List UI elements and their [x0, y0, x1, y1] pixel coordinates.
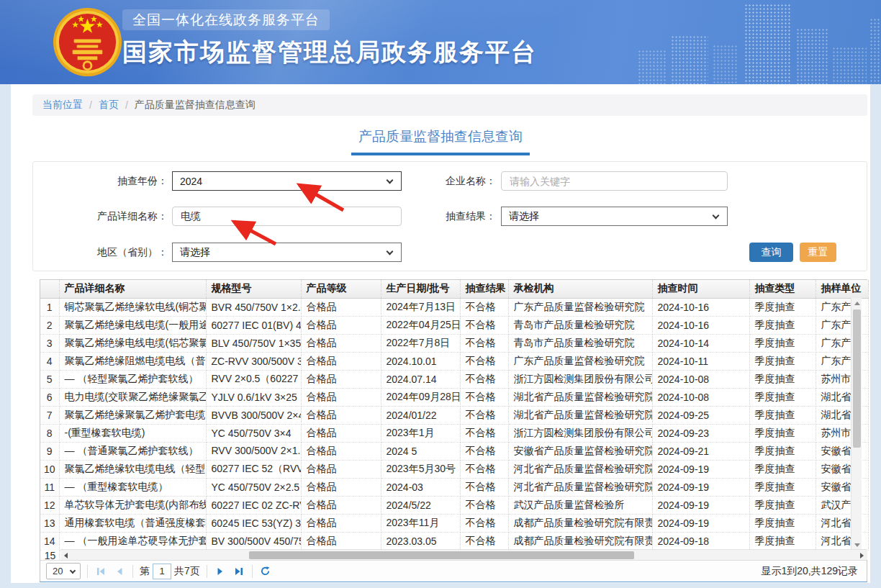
vertical-scrollbar[interactable] — [851, 298, 862, 550]
table-cell: 2024-09-19 — [652, 460, 749, 478]
table-row[interactable]: 4聚氯乙烯绝缘阻燃电缆电线（普通聚氯ZC-RVV 300/500V 3×2.合格… — [40, 352, 868, 370]
table-cell: 2024-10-14 — [652, 334, 749, 352]
table-row[interactable]: 8-(重型橡套软电缆)YC 450/750V 3×4合格品2023年1月不合格浙… — [40, 424, 868, 442]
prev-page-button[interactable] — [113, 565, 126, 578]
table-cell: ZC-RVV 300/500V 3×2. — [206, 352, 301, 370]
table-cell: — （普通聚氯乙烯护套软线） — [59, 442, 206, 460]
breadcrumb-current-page: 产品质量监督抽查信息查询 — [135, 99, 256, 112]
skyline-decoration — [636, 0, 881, 84]
region-select-value: 请选择 — [180, 246, 210, 259]
year-label: 抽查年份： — [117, 175, 168, 188]
table-cell: 电力电缆(交联聚乙烯绝缘聚氯乙烯护 — [59, 388, 206, 406]
table-cell: 60277 IEC 01(BV) 450/7 — [206, 316, 301, 334]
scroll-down-icon[interactable] — [851, 540, 862, 550]
search-button[interactable]: 查询 — [749, 243, 793, 262]
column-header-5[interactable]: 抽查结果 — [460, 280, 508, 298]
table-cell: 2023年11月 — [381, 514, 460, 532]
horizontal-scrollbar-thumb[interactable] — [249, 551, 634, 559]
table-cell: — （重型橡套软电缆） — [59, 478, 206, 496]
table-row[interactable]: 9— （普通聚氯乙烯护套软线）RVV 300/500V 2×1.5（合格品202… — [40, 442, 868, 460]
table-row[interactable]: 12单芯软导体无护套电缆(内部布线用导60227 IEC 02 ZC-RV 30… — [40, 496, 868, 514]
table-cell: 季度抽查 — [749, 316, 816, 334]
table-cell: 2024年7月13日 — [381, 298, 460, 316]
table-row[interactable]: 14— （一般用途单芯硬导体无护套电缆）BV 300/500V 450/750V… — [40, 532, 868, 550]
result-select[interactable]: 请选择 — [501, 207, 728, 226]
table-row[interactable]: 5— （轻型聚氯乙烯护套软线）RVV 2×0.5（60227 IEC合格品202… — [40, 370, 868, 388]
table-cell: 不合格 — [460, 442, 508, 460]
scroll-right-icon[interactable] — [857, 550, 867, 561]
column-header-9[interactable]: 抽样单位 — [816, 280, 868, 298]
table-cell: 2024-03 — [381, 478, 460, 496]
column-header-4[interactable]: 生产日期/批号 — [381, 280, 460, 298]
first-page-button[interactable] — [94, 565, 107, 578]
refresh-icon[interactable] — [259, 565, 272, 578]
table-cell: 合格品 — [301, 478, 381, 496]
table-cell: 单芯软导体无护套电缆(内部布线用导 — [59, 496, 206, 514]
table-cell: 季度抽查 — [749, 298, 816, 316]
last-page-button[interactable] — [232, 565, 245, 578]
table-cell: 不合格 — [460, 406, 508, 424]
table-cell: RVV 2×0.5（60227 IEC — [206, 370, 301, 388]
table-row[interactable]: 2聚氯乙烯绝缘电线电缆(一般用途单芯60277 IEC 01(BV) 450/7… — [40, 316, 868, 334]
table-row[interactable]: 13通用橡套软电缆（普通强度橡套软线）60245 IEC 53(YZ) 300/… — [40, 514, 868, 532]
row-number-cell: 11 — [40, 478, 59, 496]
table-cell: 聚氯乙烯绝缘聚氯乙烯护套电缆(铜芯 — [59, 406, 206, 424]
row-number-cell: 1 — [40, 298, 59, 316]
table-cell: 2024-09-19 — [652, 478, 749, 496]
row-number-cell: 13 — [40, 514, 59, 532]
table-cell: -(重型橡套软电缆) — [59, 424, 206, 442]
table-cell: 不合格 — [460, 334, 508, 352]
chevron-down-icon — [713, 212, 720, 220]
breadcrumb-separator: / — [125, 99, 128, 111]
company-input[interactable] — [501, 171, 728, 191]
page-size-select[interactable]: 20 — [46, 563, 81, 579]
horizontal-scrollbar[interactable] — [60, 549, 867, 560]
breadcrumb-current-position-link[interactable]: 当前位置 — [42, 99, 83, 112]
table-cell: BLV 450/750V 1×35 — [206, 334, 301, 352]
page-number-input[interactable] — [153, 564, 171, 579]
region-select[interactable]: 请选择 — [172, 243, 402, 262]
column-header-2[interactable]: 规格型号 — [206, 280, 301, 298]
product-name-label: 产品详细名称： — [97, 210, 168, 223]
table-row[interactable]: 11— （重型橡套软电缆）YC 450/750V 2×2.5合格品2024-03… — [40, 478, 868, 496]
scroll-up-icon[interactable] — [851, 298, 862, 308]
product-name-input[interactable] — [172, 207, 402, 226]
table-cell: 合格品 — [301, 334, 381, 352]
table-row[interactable]: 10聚氯乙烯绝缘软电缆电线（轻型聚氯乙60277 IEC 52（RVV） 3合格… — [40, 460, 868, 478]
page: 全国一体化在线政务服务平台 国家市场监督管理总局政务服务平台 当前位置 / 首页… — [0, 0, 881, 588]
next-page-button[interactable] — [214, 565, 227, 578]
table-cell: 季度抽查 — [749, 352, 816, 370]
column-header-1[interactable]: 产品详细名称 — [59, 280, 206, 298]
table-cell: 2024-09-21 — [652, 442, 749, 460]
table-row[interactable]: 1铜芯聚氯乙烯绝缘软电线(铜芯聚氯乙烯BVR 450/750V 1×2.5合格品… — [40, 298, 868, 316]
column-header-3[interactable]: 产品等级 — [301, 280, 381, 298]
record-count-status: 显示1到20,共129记录 — [761, 561, 858, 582]
column-header-6[interactable]: 承检机构 — [508, 280, 652, 298]
reset-button[interactable]: 重置 — [800, 243, 836, 262]
table-cell: 季度抽查 — [749, 442, 816, 460]
table-row[interactable]: 6电力电缆(交联聚乙烯绝缘聚氯乙烯护YJLV 0.6/1kV 3×25合格品20… — [40, 388, 868, 406]
table-cell: 2024-10-08 — [652, 370, 749, 388]
table-cell: 季度抽查 — [749, 370, 816, 388]
table-cell: 不合格 — [460, 298, 508, 316]
chevron-down-icon — [387, 248, 394, 255]
table-cell: 2024-10-08 — [652, 388, 749, 406]
table-cell: 浙江方圆检测集团股份有限公司 — [508, 424, 652, 442]
table-cell: 通用橡套软电缆（普通强度橡套软线） — [59, 514, 206, 532]
column-header-8[interactable]: 抽查类型 — [749, 280, 816, 298]
breadcrumb-home-link[interactable]: 首页 — [99, 99, 119, 112]
column-header-7[interactable]: 抽查时间 — [652, 280, 749, 298]
table-cell: 2024-10-16 — [652, 298, 749, 316]
query-form: 抽查年份： 企业名称： 产品详细名称： 抽查结果： 地区（省别）： 2024 请… — [32, 161, 867, 271]
table-cell: 不合格 — [460, 370, 508, 388]
table-cell: 2023年1月 — [381, 424, 460, 442]
scroll-left-icon[interactable] — [60, 550, 71, 561]
company-label: 企业名称： — [446, 175, 496, 188]
vertical-scrollbar-thumb[interactable] — [853, 309, 861, 448]
table-cell: 2024.10.01 — [381, 352, 460, 370]
year-select[interactable]: 2024 — [172, 171, 402, 191]
table-row[interactable]: 3聚氯乙烯绝缘电线电缆(铝芯聚氯乙烯BLV 450/750V 1×35合格品20… — [40, 334, 868, 352]
tab-product-quality-query[interactable]: 产品质量监督抽查信息查询 — [351, 127, 530, 155]
table-cell: 武汉产品质量监督检验所 — [508, 496, 652, 514]
table-row[interactable]: 7聚氯乙烯绝缘聚氯乙烯护套电缆(铜芯BVVB 300/500V 2×4合格品20… — [40, 406, 868, 424]
